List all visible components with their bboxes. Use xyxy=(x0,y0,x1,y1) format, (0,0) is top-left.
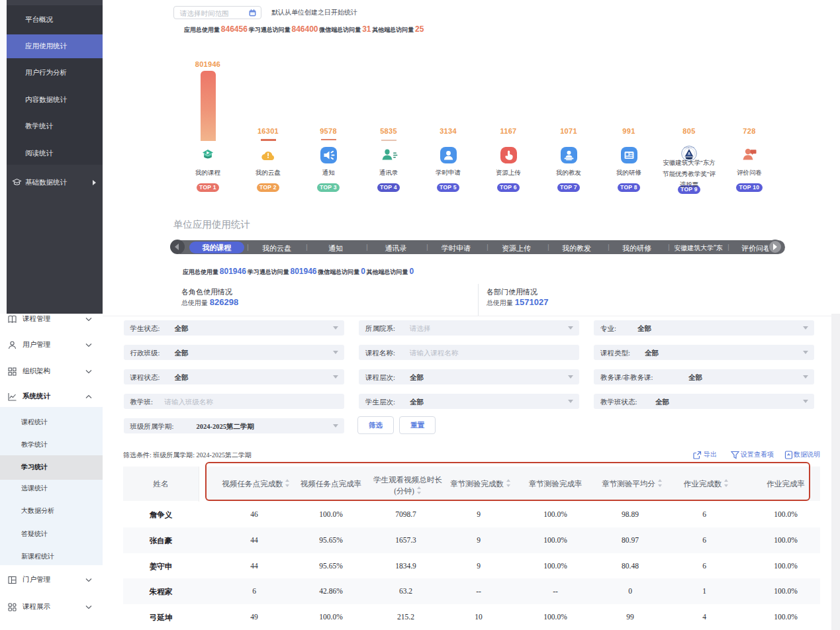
svg-text:安徽建筑大学: 安徽建筑大学 xyxy=(684,146,694,149)
